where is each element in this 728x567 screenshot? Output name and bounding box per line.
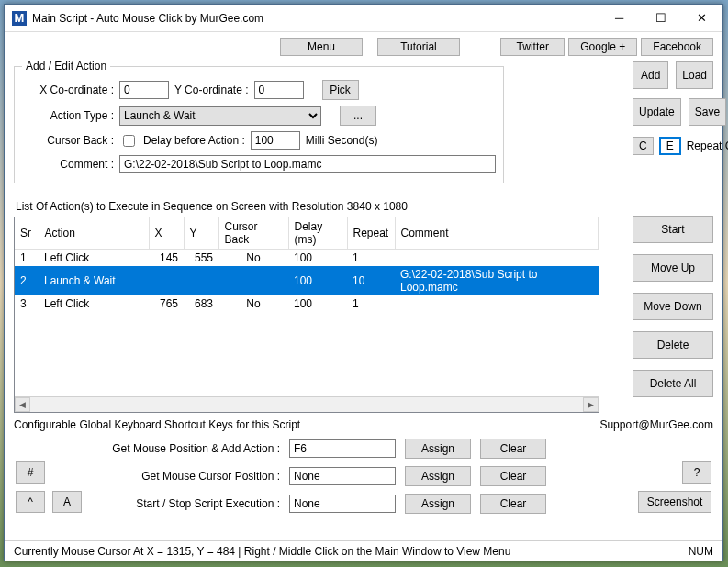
assign3-button[interactable]: Assign xyxy=(405,494,471,514)
tutorial-button[interactable]: Tutorial xyxy=(377,38,460,56)
x-coord-label: X Co-ordinate : xyxy=(22,83,114,96)
action-type-select[interactable]: Launch & Wait xyxy=(119,106,321,126)
c-button[interactable]: C xyxy=(633,137,654,155)
col-x[interactable]: X xyxy=(149,217,184,250)
shortcut1-input[interactable] xyxy=(289,439,396,458)
col-cursor-back[interactable]: Cursor Back xyxy=(218,217,288,250)
twitter-link[interactable]: Twitter xyxy=(500,38,565,56)
facebook-link[interactable]: Facebook xyxy=(641,38,713,56)
actions-table[interactable]: Sr Action X Y Cursor Back Delay (ms) Rep… xyxy=(14,217,599,413)
col-y[interactable]: Y xyxy=(184,217,218,250)
e-button[interactable]: E xyxy=(659,137,681,155)
hash-button[interactable]: # xyxy=(16,461,45,484)
add-button[interactable]: Add xyxy=(633,61,668,89)
cursor-back-label: Cursor Back : xyxy=(22,134,114,147)
action-type-label: Action Type : xyxy=(22,109,114,122)
close-button[interactable]: ✕ xyxy=(681,5,722,32)
scroll-right-arrow[interactable]: ▶ xyxy=(583,397,599,412)
comment-label: Comment : xyxy=(22,158,114,171)
table-row[interactable]: 1 Left Click 145 555 No 100 1 xyxy=(15,250,599,267)
comment-input[interactable] xyxy=(119,155,496,173)
update-button[interactable]: Update xyxy=(633,98,681,126)
clear1-button[interactable]: Clear xyxy=(480,439,546,459)
menu-button[interactable]: Menu xyxy=(280,38,363,56)
clear3-button[interactable]: Clear xyxy=(480,494,546,514)
a-button[interactable]: A xyxy=(52,491,82,513)
start-button[interactable]: Start xyxy=(633,216,713,243)
y-coord-input[interactable] xyxy=(254,81,304,99)
table-row[interactable]: 2 Launch & Wait 100 10 G:\22-02-2018\Sub… xyxy=(15,266,599,295)
titlebar[interactable]: M Main Script - Auto Mouse Click by MurG… xyxy=(5,5,722,32)
move-down-button[interactable]: Move Down xyxy=(633,293,713,320)
statusbar: Currently Mouse Cursor At X = 1315, Y = … xyxy=(5,540,722,561)
shortcut1-label: Get Mouse Position & Add Action : xyxy=(14,442,280,455)
clear2-button[interactable]: Clear xyxy=(480,466,546,486)
table-row[interactable]: 3 Left Click 765 683 No 100 1 xyxy=(15,295,599,312)
scroll-track[interactable] xyxy=(30,397,583,412)
cursor-back-checkbox[interactable] xyxy=(123,135,135,147)
assign1-button[interactable]: Assign xyxy=(405,439,471,459)
move-up-button[interactable]: Move Up xyxy=(633,254,713,282)
googleplus-link[interactable]: Google + xyxy=(568,38,637,56)
caret-button[interactable]: ^ xyxy=(16,491,45,513)
group-legend: Add / Edit Action xyxy=(22,60,110,72)
shortcuts-title: Configurable Global Keyboard Shortcut Ke… xyxy=(14,418,599,431)
help-button[interactable]: ? xyxy=(682,461,711,484)
browse-button[interactable]: ... xyxy=(340,106,376,126)
scroll-left-arrow[interactable]: ◀ xyxy=(15,397,30,412)
horizontal-scrollbar[interactable]: ◀ ▶ xyxy=(15,396,599,412)
pick-button[interactable]: Pick xyxy=(322,80,359,100)
maximize-button[interactable]: ☐ xyxy=(640,5,681,32)
delete-button[interactable]: Delete xyxy=(633,331,713,359)
col-comment[interactable]: Comment xyxy=(395,217,599,250)
x-coord-input[interactable] xyxy=(119,81,169,99)
window-title: Main Script - Auto Mouse Click by MurGee… xyxy=(32,12,599,25)
support-link[interactable]: Support@MurGee.com xyxy=(599,418,713,431)
delay-unit-label: Milli Second(s) xyxy=(306,134,378,147)
col-action[interactable]: Action xyxy=(39,217,149,250)
app-icon: M xyxy=(12,11,27,26)
col-repeat[interactable]: Repeat xyxy=(347,217,395,250)
minimize-button[interactable]: ─ xyxy=(599,5,640,32)
add-edit-action-group: Add / Edit Action X Co-ordinate : Y Co-o… xyxy=(14,60,504,183)
y-coord-label: Y Co-ordinate : xyxy=(174,83,249,96)
status-num: NUM xyxy=(689,545,713,558)
list-label: List Of Action(s) to Execute in Sequence… xyxy=(16,200,713,213)
load-button[interactable]: Load xyxy=(676,61,713,89)
save-button[interactable]: Save xyxy=(689,98,726,126)
shortcut2-input[interactable] xyxy=(289,467,396,485)
main-window: M Main Script - Auto Mouse Click by MurG… xyxy=(4,4,723,561)
status-text: Currently Mouse Cursor At X = 1315, Y = … xyxy=(14,545,689,558)
delete-all-button[interactable]: Delete All xyxy=(633,370,713,397)
repeat-count-label: Repeat Count : xyxy=(687,139,728,152)
delay-input[interactable] xyxy=(251,131,300,150)
screenshot-button[interactable]: Screenshot xyxy=(638,491,711,513)
col-delay[interactable]: Delay (ms) xyxy=(288,217,347,250)
shortcut3-input[interactable] xyxy=(289,495,396,513)
col-sr[interactable]: Sr xyxy=(15,217,39,250)
delay-label: Delay before Action : xyxy=(143,134,245,147)
assign2-button[interactable]: Assign xyxy=(405,466,471,486)
